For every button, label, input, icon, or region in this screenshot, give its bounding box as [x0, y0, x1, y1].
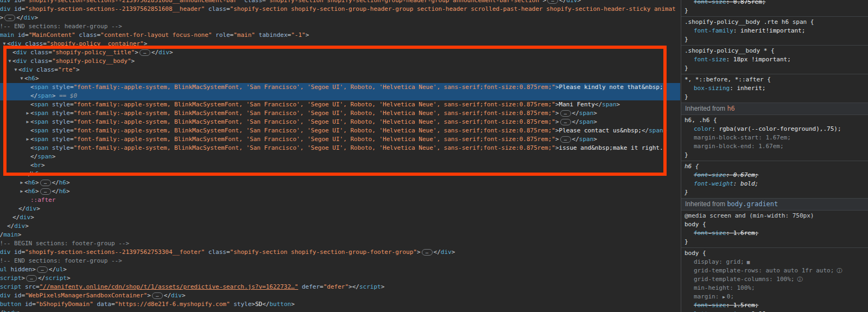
css-rule[interactable]: .shopify-policy__body .rte h6 span {font…	[681, 17, 868, 46]
css-property[interactable]: font-size: 18px !important;	[685, 55, 868, 64]
dom-tree-row-selected[interactable]: <span style="font-family:-apple-system, …	[0, 83, 680, 92]
collapse-arrow-icon[interactable]: ▼	[13, 66, 18, 74]
css-property[interactable]: display: grid;▦	[685, 258, 868, 266]
ellipsis-expand-button[interactable]: …	[37, 266, 48, 273]
css-property[interactable]: margin-block-start: 1.67em;	[685, 133, 868, 142]
css-property[interactable]: grid-template-columns: 100%;ⓘ	[685, 275, 868, 284]
css-property-value[interactable]: grid;	[726, 258, 744, 265]
css-selector[interactable]: h6 {	[685, 162, 868, 171]
css-property-name[interactable]: display	[694, 258, 719, 265]
css-property[interactable]: margin: ▶0;	[685, 292, 868, 301]
expand-arrow-icon[interactable]: ▶	[25, 135, 30, 144]
collapse-arrow-icon[interactable]: ▼	[19, 74, 24, 83]
css-selector[interactable]: h6, .h6 {	[685, 116, 868, 125]
css-property-value[interactable]: bold;	[740, 180, 758, 187]
css-rule[interactable]: *, *::before, *::after {box-sizing: inhe…	[681, 74, 868, 103]
devtools-elements-panel[interactable]: <div id="shopify-section-sections--21397…	[0, 0, 680, 312]
dom-tree-row[interactable]: ▶<span style="font-family:-apple-system,…	[0, 135, 680, 144]
css-rule[interactable]: .shopify-policy__body * {font-size: 18px…	[681, 46, 868, 74]
dom-tree-row[interactable]: <div id="shopify-section-sections--21397…	[0, 5, 680, 14]
css-property-name[interactable]: margin	[694, 293, 715, 300]
dom-tree-row[interactable]: ▼<div class="rte">	[0, 66, 680, 74]
dom-tree-row[interactable]: <span style="font-family:-apple-system, …	[0, 126, 680, 135]
dom-tree-row[interactable]: <div class="shopify-policy__title">…</di…	[0, 48, 680, 57]
css-property-name[interactable]: min-height	[694, 284, 730, 291]
css-property-value[interactable]: 100%;	[737, 284, 755, 291]
css-property[interactable]: font-weight: bold;	[685, 180, 868, 188]
css-property[interactable]: min-height: 100%;	[685, 284, 868, 292]
css-rule[interactable]: h6, .h6 {color: rgba(var(--color-foregro…	[681, 115, 868, 161]
dom-tree-row[interactable]: ▶<span style="font-family:-apple-system,…	[0, 109, 680, 118]
css-property-name[interactable]: margin-block-start	[694, 134, 758, 141]
dom-tree-row[interactable]: <div id="WebPixelsManagerSandboxContaine…	[0, 291, 680, 300]
css-property-value[interactable]: 1.67em;	[758, 143, 783, 150]
css-selector[interactable]: .shopify-policy__body * {	[685, 47, 868, 55]
dom-tree-row[interactable]: ▼<h6>	[0, 74, 680, 83]
css-property-name[interactable]: font-size	[694, 171, 726, 179]
collapse-arrow-icon[interactable]: ▼	[2, 40, 7, 48]
dom-tree-row[interactable]: </h6>	[0, 170, 680, 179]
css-property-value[interactable]: rgba(var(--color-foreground),.75);	[719, 125, 841, 132]
dom-tree-row[interactable]: ▼<div class="shopify-policy__container">	[0, 40, 680, 48]
dom-tree-row[interactable]: <span style="font-family:-apple-system, …	[0, 144, 680, 152]
expand-arrow-icon[interactable]: ▶	[19, 187, 24, 196]
css-property-value[interactable]: 18px !important;	[733, 56, 791, 63]
css-property-name[interactable]: grid-template-rows	[694, 267, 758, 274]
css-property-name[interactable]: font-family	[694, 27, 733, 34]
css-rule[interactable]: h6 {font-size: 0.67em;font-weight: bold;…	[681, 161, 868, 199]
expand-arrow-icon[interactable]: ▶	[19, 179, 24, 187]
dom-tree-row[interactable]: <ul hidden>…</ul>	[0, 265, 680, 274]
css-property-value[interactable]: auto auto 1fr auto;	[765, 267, 834, 274]
dom-tree-row[interactable]: <br>	[0, 161, 680, 170]
devtools-styles-panel[interactable]: font-size: 0.875rem;}.shopify-policy__bo…	[681, 0, 868, 312]
ellipsis-expand-button[interactable]: …	[422, 249, 433, 256]
css-property[interactable]: grid-template-rows: auto auto 1fr auto;ⓘ	[685, 266, 868, 275]
inherited-node-link[interactable]: h6	[727, 105, 734, 112]
ellipsis-expand-button[interactable]: …	[560, 110, 571, 117]
ellipsis-expand-button[interactable]: …	[4, 15, 15, 21]
css-property[interactable]: font-size: 1.6rem;	[685, 229, 868, 238]
dom-tree-row[interactable]: <div id="shopify-section-sections--21397…	[0, 0, 680, 5]
css-property-name[interactable]: grid-template-columns	[694, 276, 769, 283]
dom-tree-row[interactable]: </span>	[0, 152, 680, 161]
css-property-value[interactable]: inherit;	[737, 85, 765, 92]
css-property[interactable]: font-size: 1.5rem;	[685, 301, 868, 310]
dom-tree-row[interactable]: ">…</div>	[0, 14, 680, 22]
css-property[interactable]: letter-spacing: 0.06rem;	[685, 310, 868, 312]
ellipsis-expand-button[interactable]: …	[40, 180, 51, 186]
css-property-name[interactable]: font-size	[694, 302, 726, 309]
dom-tree-row[interactable]: </main>	[0, 231, 680, 239]
dom-tree-row[interactable]: ::after	[0, 196, 680, 205]
css-property-name[interactable]: font-weight	[694, 180, 733, 187]
dom-tree-row[interactable]: ▼<div class="shopify-policy__body">	[0, 57, 680, 66]
ellipsis-expand-button[interactable]: …	[40, 188, 51, 195]
css-property-name[interactable]: font-size	[694, 56, 726, 63]
ellipsis-expand-button[interactable]: …	[560, 119, 571, 125]
dom-tree-row[interactable]: </div>	[0, 205, 680, 213]
dom-tree-row[interactable]: ▶<span style="font-family:-apple-system,…	[0, 118, 680, 126]
css-property[interactable]: font-family: inherit!important;	[685, 27, 868, 35]
css-property[interactable]: color: rgba(var(--color-foreground),.75)…	[685, 125, 868, 133]
expand-shorthand-icon[interactable]: ▶	[723, 295, 725, 300]
dom-tree-row[interactable]: <script src="//manifenty.online/cdn/shop…	[0, 283, 680, 291]
css-property-value[interactable]: 1.5rem;	[733, 302, 758, 309]
css-rule[interactable]: body {display: grid;▦grid-template-rows:…	[681, 248, 868, 312]
css-property-value[interactable]: inherit!important;	[740, 27, 805, 34]
dom-tree-row[interactable]: <button id="bShopifyDomain" data="https:…	[0, 300, 680, 309]
grid-badge-icon[interactable]: ▦	[747, 259, 750, 265]
css-selector[interactable]: .shopify-policy__body .rte h6 span {	[685, 18, 868, 27]
css-property-name[interactable]: margin-block-end	[694, 143, 751, 150]
css-selector[interactable]: *, *::before, *::after {	[685, 75, 868, 84]
dom-tree-row[interactable]: </div>	[0, 213, 680, 222]
css-property[interactable]: box-sizing: inherit;	[685, 84, 868, 93]
css-property-value[interactable]: 100%;	[776, 276, 794, 283]
css-property-value[interactable]: 0.875rem;	[733, 0, 766, 5]
css-property-name[interactable]: color	[694, 125, 712, 132]
css-selector[interactable]: body {	[685, 249, 868, 258]
dom-tree-row[interactable]: <div id="shopify-section-sections--21397…	[0, 248, 680, 257]
dom-tree-row-selected[interactable]: </span> == $0	[0, 92, 680, 100]
css-rule[interactable]: font-size: 0.875rem;}	[681, 0, 868, 17]
css-rule[interactable]: @media screen and (min-width: 750px)body…	[681, 211, 868, 248]
ellipsis-expand-button[interactable]: …	[547, 0, 558, 4]
expand-arrow-icon[interactable]: ▶	[25, 118, 30, 126]
